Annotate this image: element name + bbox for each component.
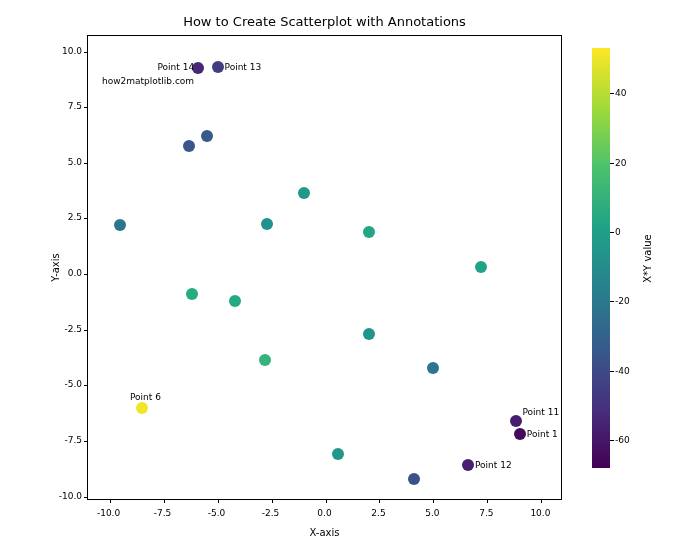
scatter-point [261, 218, 273, 230]
annotation: Point 11 [523, 408, 560, 417]
y-tick: 0.0 [47, 268, 82, 278]
x-tick: 10.0 [520, 508, 560, 518]
colorbar-tick: -60 [615, 435, 630, 445]
scatter-point [462, 459, 474, 471]
y-tick: 10.0 [47, 46, 82, 56]
x-tick: 5.0 [412, 508, 452, 518]
annotation: Point 13 [225, 63, 262, 72]
colorbar [592, 48, 610, 468]
colorbar-tick: 40 [615, 88, 626, 98]
scatter-point [298, 187, 310, 199]
x-axis-label: X-axis [87, 527, 562, 538]
scatter-point [136, 402, 148, 414]
y-tick: 7.5 [47, 101, 82, 111]
scatter-point [363, 226, 375, 238]
scatter-point [186, 288, 198, 300]
scatter-point [408, 473, 420, 485]
x-tick: 7.5 [466, 508, 506, 518]
colorbar-tick: 20 [615, 158, 626, 168]
y-tick: -5.0 [47, 379, 82, 389]
scatter-point [510, 415, 522, 427]
y-tick: -10.0 [47, 491, 82, 501]
scatter-point [229, 295, 241, 307]
annotation: Point 6 [130, 393, 161, 402]
x-tick: -2.5 [251, 508, 291, 518]
x-tick: -7.5 [143, 508, 183, 518]
colorbar-tick: -20 [615, 296, 630, 306]
y-tick: 5.0 [47, 157, 82, 167]
y-tick: 2.5 [47, 212, 82, 222]
y-tick: -2.5 [47, 324, 82, 334]
scatter-point [427, 362, 439, 374]
x-tick: -5.0 [197, 508, 237, 518]
annotation: Point 1 [527, 430, 558, 439]
scatter-point [514, 428, 526, 440]
x-tick: 2.5 [358, 508, 398, 518]
scatter-point [201, 130, 213, 142]
scatter-point [212, 61, 224, 73]
annotation: Point 12 [475, 461, 512, 470]
y-tick: -7.5 [47, 435, 82, 445]
annotation: how2matplotlib.com [102, 77, 194, 86]
scatter-point [114, 219, 126, 231]
plot-area: Point 14Point 13how2matplotlib.comPoint … [87, 35, 562, 500]
annotation: Point 14 [157, 63, 194, 72]
colorbar-tick: -40 [615, 366, 630, 376]
scatter-point [363, 328, 375, 340]
colorbar-tick: 0 [615, 227, 621, 237]
x-tick: 0.0 [305, 508, 345, 518]
x-tick: -10.0 [89, 508, 129, 518]
scatter-point [259, 354, 271, 366]
chart-title: How to Create Scatterplot with Annotatio… [87, 14, 562, 29]
scatter-point [475, 261, 487, 273]
scatter-point [332, 448, 344, 460]
scatter-point [183, 140, 195, 152]
colorbar-label: X*Y value [640, 48, 654, 468]
